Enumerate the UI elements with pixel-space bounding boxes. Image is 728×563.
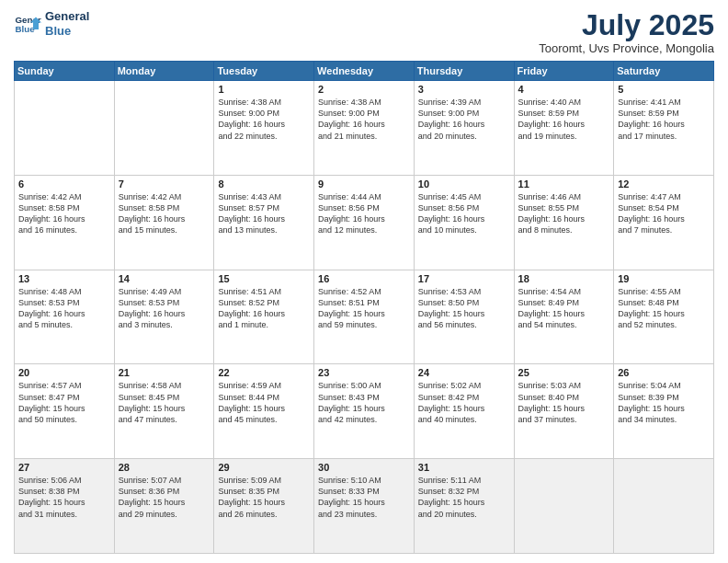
day-number: 18	[518, 273, 610, 284]
day-number: 2	[318, 84, 410, 95]
calendar-cell: 14Sunrise: 4:49 AM Sunset: 8:53 PM Dayli…	[114, 270, 214, 364]
calendar-cell: 3Sunrise: 4:39 AM Sunset: 9:00 PM Daylig…	[414, 81, 514, 176]
week-row-4: 20Sunrise: 4:57 AM Sunset: 8:47 PM Dayli…	[15, 364, 714, 459]
day-number: 26	[618, 367, 710, 378]
day-number: 27	[18, 462, 110, 473]
logo-icon: General Blue	[14, 10, 41, 38]
calendar-cell: 18Sunrise: 4:54 AM Sunset: 8:49 PM Dayli…	[514, 270, 614, 364]
day-number: 5	[618, 84, 710, 95]
calendar-cell: 28Sunrise: 5:07 AM Sunset: 8:36 PM Dayli…	[114, 459, 214, 554]
cell-text: Sunrise: 4:58 AM Sunset: 8:45 PM Dayligh…	[119, 380, 210, 425]
cell-text: Sunrise: 5:06 AM Sunset: 8:38 PM Dayligh…	[18, 475, 110, 520]
calendar-cell: 8Sunrise: 4:43 AM Sunset: 8:57 PM Daylig…	[214, 175, 314, 270]
cell-text: Sunrise: 5:02 AM Sunset: 8:42 PM Dayligh…	[418, 380, 510, 425]
calendar-cell: 7Sunrise: 4:42 AM Sunset: 8:58 PM Daylig…	[114, 175, 214, 270]
logo-text-general: General	[45, 9, 89, 24]
calendar-cell: 26Sunrise: 5:04 AM Sunset: 8:39 PM Dayli…	[614, 364, 714, 459]
cell-text: Sunrise: 4:41 AM Sunset: 8:59 PM Dayligh…	[618, 97, 710, 142]
day-number: 10	[418, 178, 510, 190]
cell-text: Sunrise: 4:38 AM Sunset: 9:00 PM Dayligh…	[218, 97, 310, 142]
cell-text: Sunrise: 4:57 AM Sunset: 8:47 PM Dayligh…	[18, 380, 110, 425]
dow-header-wednesday: Wednesday	[314, 62, 415, 81]
cell-text: Sunrise: 4:38 AM Sunset: 9:00 PM Dayligh…	[318, 97, 410, 142]
day-number: 3	[418, 84, 510, 95]
location-subtitle: Tooromt, Uvs Province, Mongolia	[539, 41, 714, 55]
calendar-cell: 2Sunrise: 4:38 AM Sunset: 9:00 PM Daylig…	[314, 81, 415, 176]
logo-text-blue: Blue	[45, 24, 89, 39]
dow-header-sunday: Sunday	[15, 62, 115, 81]
cell-text: Sunrise: 5:03 AM Sunset: 8:40 PM Dayligh…	[518, 380, 610, 425]
cell-text: Sunrise: 5:07 AM Sunset: 8:36 PM Dayligh…	[119, 475, 210, 520]
day-number: 11	[518, 178, 610, 190]
dow-header-friday: Friday	[514, 62, 614, 81]
calendar-cell: 24Sunrise: 5:02 AM Sunset: 8:42 PM Dayli…	[414, 364, 514, 459]
dow-header-thursday: Thursday	[414, 62, 514, 81]
day-number: 4	[518, 84, 610, 95]
header: General Blue General Blue July 2025 Toor…	[14, 9, 714, 55]
day-number: 31	[418, 462, 510, 473]
calendar-cell: 9Sunrise: 4:44 AM Sunset: 8:56 PM Daylig…	[314, 175, 415, 270]
cell-text: Sunrise: 4:55 AM Sunset: 8:48 PM Dayligh…	[618, 286, 710, 331]
cell-text: Sunrise: 4:43 AM Sunset: 8:57 PM Dayligh…	[218, 191, 310, 236]
days-of-week-row: SundayMondayTuesdayWednesdayThursdayFrid…	[15, 62, 714, 81]
cell-text: Sunrise: 4:53 AM Sunset: 8:50 PM Dayligh…	[418, 286, 510, 331]
cell-text: Sunrise: 4:52 AM Sunset: 8:51 PM Dayligh…	[318, 286, 410, 331]
cell-text: Sunrise: 4:47 AM Sunset: 8:54 PM Dayligh…	[618, 191, 710, 236]
calendar-body: 1Sunrise: 4:38 AM Sunset: 9:00 PM Daylig…	[15, 81, 714, 554]
cell-text: Sunrise: 4:46 AM Sunset: 8:55 PM Dayligh…	[518, 191, 610, 236]
calendar-cell: 20Sunrise: 4:57 AM Sunset: 8:47 PM Dayli…	[15, 364, 115, 459]
cell-text: Sunrise: 4:39 AM Sunset: 9:00 PM Dayligh…	[418, 97, 510, 142]
calendar-cell: 19Sunrise: 4:55 AM Sunset: 8:48 PM Dayli…	[614, 270, 714, 364]
logo: General Blue General Blue	[14, 9, 89, 38]
day-number: 30	[318, 462, 410, 473]
week-row-3: 13Sunrise: 4:48 AM Sunset: 8:53 PM Dayli…	[15, 270, 714, 364]
calendar-cell: 5Sunrise: 4:41 AM Sunset: 8:59 PM Daylig…	[614, 81, 714, 176]
calendar-cell: 21Sunrise: 4:58 AM Sunset: 8:45 PM Dayli…	[114, 364, 214, 459]
cell-text: Sunrise: 4:49 AM Sunset: 8:53 PM Dayligh…	[119, 286, 210, 331]
calendar-cell: 22Sunrise: 4:59 AM Sunset: 8:44 PM Dayli…	[214, 364, 314, 459]
day-number: 7	[119, 178, 210, 190]
calendar-cell: 1Sunrise: 4:38 AM Sunset: 9:00 PM Daylig…	[214, 81, 314, 176]
day-number: 21	[119, 367, 210, 378]
calendar-cell: 12Sunrise: 4:47 AM Sunset: 8:54 PM Dayli…	[614, 175, 714, 270]
calendar-cell: 25Sunrise: 5:03 AM Sunset: 8:40 PM Dayli…	[514, 364, 614, 459]
day-number: 9	[318, 178, 410, 190]
cell-text: Sunrise: 4:51 AM Sunset: 8:52 PM Dayligh…	[218, 286, 310, 331]
day-number: 8	[218, 178, 310, 190]
calendar-cell: 27Sunrise: 5:06 AM Sunset: 8:38 PM Dayli…	[15, 459, 115, 554]
day-number: 23	[318, 367, 410, 378]
calendar-cell: 13Sunrise: 4:48 AM Sunset: 8:53 PM Dayli…	[15, 270, 115, 364]
cell-text: Sunrise: 4:42 AM Sunset: 8:58 PM Dayligh…	[119, 191, 210, 236]
day-number: 13	[18, 273, 110, 284]
cell-text: Sunrise: 5:11 AM Sunset: 8:32 PM Dayligh…	[418, 475, 510, 520]
cell-text: Sunrise: 5:10 AM Sunset: 8:33 PM Dayligh…	[318, 475, 410, 520]
cell-text: Sunrise: 4:42 AM Sunset: 8:58 PM Dayligh…	[18, 191, 110, 236]
calendar-cell: 23Sunrise: 5:00 AM Sunset: 8:43 PM Dayli…	[314, 364, 415, 459]
week-row-5: 27Sunrise: 5:06 AM Sunset: 8:38 PM Dayli…	[15, 459, 714, 554]
calendar-cell: 10Sunrise: 4:45 AM Sunset: 8:56 PM Dayli…	[414, 175, 514, 270]
day-number: 20	[18, 367, 110, 378]
calendar-cell	[114, 81, 214, 176]
day-number: 25	[518, 367, 610, 378]
day-number: 15	[218, 273, 310, 284]
cell-text: Sunrise: 5:09 AM Sunset: 8:35 PM Dayligh…	[218, 475, 310, 520]
cell-text: Sunrise: 4:59 AM Sunset: 8:44 PM Dayligh…	[218, 380, 310, 425]
cell-text: Sunrise: 5:00 AM Sunset: 8:43 PM Dayligh…	[318, 380, 410, 425]
cell-text: Sunrise: 4:44 AM Sunset: 8:56 PM Dayligh…	[318, 191, 410, 236]
calendar-cell: 11Sunrise: 4:46 AM Sunset: 8:55 PM Dayli…	[514, 175, 614, 270]
month-title: July 2025	[539, 9, 714, 41]
day-number: 17	[418, 273, 510, 284]
calendar-cell: 30Sunrise: 5:10 AM Sunset: 8:33 PM Dayli…	[314, 459, 415, 554]
calendar-cell: 17Sunrise: 4:53 AM Sunset: 8:50 PM Dayli…	[414, 270, 514, 364]
week-row-1: 1Sunrise: 4:38 AM Sunset: 9:00 PM Daylig…	[15, 81, 714, 176]
calendar-cell: 15Sunrise: 4:51 AM Sunset: 8:52 PM Dayli…	[214, 270, 314, 364]
calendar-cell: 4Sunrise: 4:40 AM Sunset: 8:59 PM Daylig…	[514, 81, 614, 176]
calendar-cell: 16Sunrise: 4:52 AM Sunset: 8:51 PM Dayli…	[314, 270, 415, 364]
day-number: 16	[318, 273, 410, 284]
title-block: July 2025 Tooromt, Uvs Province, Mongoli…	[539, 9, 714, 55]
calendar-table: SundayMondayTuesdayWednesdayThursdayFrid…	[14, 61, 714, 554]
day-number: 29	[218, 462, 310, 473]
day-number: 28	[119, 462, 210, 473]
day-number: 12	[618, 178, 710, 190]
day-number: 6	[18, 178, 110, 190]
